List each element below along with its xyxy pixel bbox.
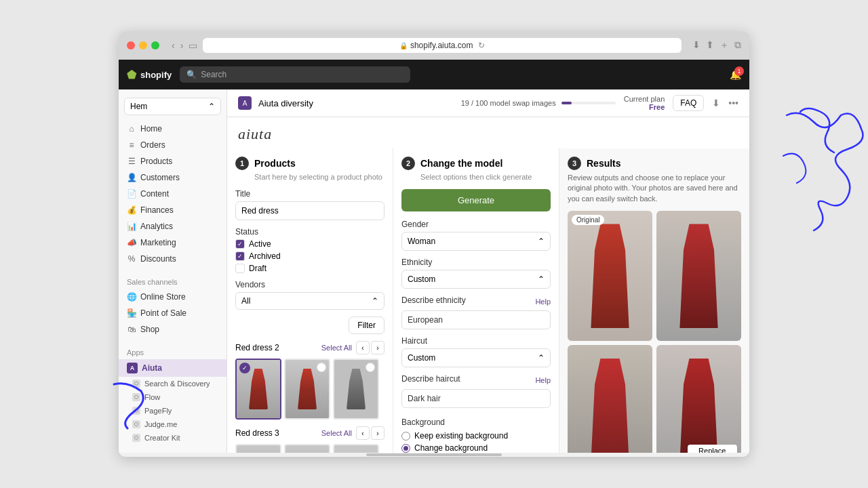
pos-icon: 🏪 (127, 308, 136, 318)
search-bar[interactable]: 🔍 Search (180, 66, 410, 83)
ethnicity-dropdown[interactable]: Custom ⌃ (401, 270, 551, 289)
maximize-button[interactable] (151, 41, 159, 49)
dress-img-2-3 (334, 445, 378, 453)
sidebar-item-customers[interactable]: 👤 Customers (119, 169, 226, 186)
haircut-dropdown[interactable]: Custom ⌃ (401, 348, 551, 367)
browser-window: ‹ › ▭ 🔒 shopify.aiuta.com ↻ ⬇ ⬆ ＋ ⧉ ⬟ (119, 31, 749, 457)
result-1-container (656, 211, 741, 341)
col1-num: 1 (235, 157, 249, 170)
filter-button[interactable]: Filter (349, 317, 384, 334)
vendors-select[interactable]: All ⌃ (235, 292, 384, 310)
sidebar-item-content[interactable]: 📄 Content (119, 186, 226, 202)
sidebar-item-home[interactable]: ⌂ Home (119, 121, 226, 137)
share-icon[interactable]: ⬆ (706, 39, 714, 52)
aiuta-wordmark: aiuta (238, 125, 738, 143)
pagefly-icon: ⬡ (132, 407, 140, 415)
describe-haircut-help[interactable]: Help (535, 376, 551, 384)
checkbox-active[interactable]: ✓ Active (235, 239, 384, 249)
tabs-icon[interactable]: ⧉ (734, 39, 741, 52)
more-options-icon[interactable]: ••• (728, 98, 738, 108)
checkbox-archived-box[interactable]: ✓ (235, 251, 245, 261)
sidebar-item-judge[interactable]: ⬡ Judge.me (119, 418, 226, 431)
generate-button[interactable]: Generate (401, 189, 551, 211)
sales-channels-label: Sales channels (119, 272, 226, 289)
checkbox-archived[interactable]: ✓ Archived (235, 251, 384, 261)
minimize-button[interactable] (139, 41, 147, 49)
scroll-right-row1[interactable]: › (371, 341, 384, 354)
scroll-arrows-row2: ‹ › (356, 426, 384, 440)
sidebar-toggle[interactable]: ▭ (189, 40, 197, 51)
sidebar-item-online-store[interactable]: 🌐 Online Store (119, 289, 226, 305)
creator-kit-icon: ⬡ (132, 434, 140, 442)
col1-title: Products (254, 158, 296, 169)
sales-channels-nav: 🌐 Online Store 🏪 Point of Sale 🛍 Shop (119, 289, 226, 338)
checkbox-draft-box[interactable] (235, 264, 245, 273)
sidebar-item-analytics[interactable]: 📊 Analytics (119, 218, 226, 235)
result-2 (568, 345, 652, 453)
radio-keep-bg[interactable]: Keep existing background (401, 431, 551, 441)
product-thumb-1-2[interactable] (284, 359, 330, 420)
sidebar-item-pagefly[interactable]: ⬡ PageFly (119, 404, 226, 418)
store-selector-chevron: ⌃ (208, 102, 215, 111)
back-button[interactable]: ‹ (172, 40, 175, 51)
plan-label: Current plan (624, 95, 665, 103)
product-row-2: Red dress 3 Select All ‹ › (235, 426, 384, 453)
col-results: 3 Results Review outputs and choose one … (559, 148, 749, 453)
checkbox-draft[interactable]: Draft (235, 264, 384, 273)
store-selector[interactable]: Hem ⌃ (124, 98, 221, 115)
product-thumb-2-2[interactable] (284, 444, 330, 453)
gender-chevron: ⌃ (538, 237, 545, 246)
address-bar[interactable]: 🔒 shopify.aiuta.com ↻ (203, 38, 682, 53)
checkbox-active-box[interactable]: ✓ (235, 239, 245, 249)
sidebar-item-marketing[interactable]: 📣 Marketing (119, 235, 226, 251)
sidebar-item-flow[interactable]: ⬡ Flow (119, 390, 226, 404)
results-description: Review outputs and choose one to replace… (568, 173, 741, 204)
sidebar-label-flow: Flow (144, 393, 160, 401)
sidebar-item-aiuta[interactable]: A Aiuta (119, 359, 226, 377)
title-input[interactable] (235, 201, 384, 220)
sidebar-item-point-of-sale[interactable]: 🏪 Point of Sale (119, 305, 226, 321)
product-thumb-2-3[interactable] (333, 444, 379, 453)
col3-header: 3 Results (568, 157, 741, 170)
product-row-1-header: Red dress 2 Select All ‹ › (235, 341, 384, 354)
select-all-row2[interactable]: Select All (321, 429, 352, 437)
radio-keep-bg-btn[interactable] (401, 432, 410, 441)
notification-button[interactable]: 🔔 1 (730, 69, 741, 80)
radio-change-bg[interactable]: Change background (401, 443, 551, 453)
describe-ethnicity-input[interactable] (401, 310, 551, 329)
faq-button[interactable]: FAQ (673, 95, 704, 111)
forward-button[interactable]: › (180, 40, 184, 51)
download-icon[interactable]: ⬇ (712, 98, 720, 108)
new-tab-icon[interactable]: ＋ (719, 39, 729, 52)
gender-dropdown[interactable]: Woman ⌃ (401, 232, 551, 251)
scroll-arrows-row1: ‹ › (356, 341, 384, 354)
replace-button[interactable]: Replace (688, 445, 737, 453)
sidebar-item-products[interactable]: ☰ Products (119, 153, 226, 169)
product-thumb-2-1[interactable] (235, 444, 281, 453)
product-thumb-1-1[interactable]: ✓ (235, 359, 281, 420)
sidebar-item-finances[interactable]: 💰 Finances (119, 202, 226, 218)
describe-ethnicity-help[interactable]: Help (535, 298, 551, 306)
sidebar-item-orders[interactable]: ≡ Orders (119, 137, 226, 153)
download-icon[interactable]: ⬇ (692, 39, 701, 52)
scroll-left-row2[interactable]: ‹ (356, 426, 370, 440)
close-button[interactable] (127, 41, 135, 49)
col3-num: 3 (568, 157, 581, 170)
describe-haircut-input[interactable] (401, 389, 551, 408)
sidebar-item-creator-kit[interactable]: ⬡ Creator Kit (119, 431, 226, 445)
radio-change-bg-btn[interactable] (401, 444, 410, 453)
status-label: Status (235, 227, 384, 237)
search-placeholder: Search (201, 70, 226, 79)
vendors-value: All (241, 296, 250, 306)
select-all-row1[interactable]: Select All (321, 344, 352, 352)
product-thumb-1-3[interactable] (333, 359, 379, 420)
sidebar-item-search-discovery[interactable]: ⬡ Search & Discovery (119, 377, 226, 390)
app-header: A Aiuta diversity 19 / 100 model swap im… (227, 89, 749, 117)
scroll-left-row1[interactable]: ‹ (356, 341, 370, 354)
sidebar-item-shop[interactable]: 🛍 Shop (119, 321, 226, 338)
sidebar: Hem ⌃ ⌂ Home ≡ Orders ☰ (119, 89, 227, 453)
title-label: Title (235, 189, 384, 199)
col2-subtitle: Select options then click generate (420, 173, 551, 181)
sidebar-item-discounts[interactable]: % Discounts (119, 251, 226, 267)
scroll-right-row2[interactable]: › (371, 426, 384, 440)
